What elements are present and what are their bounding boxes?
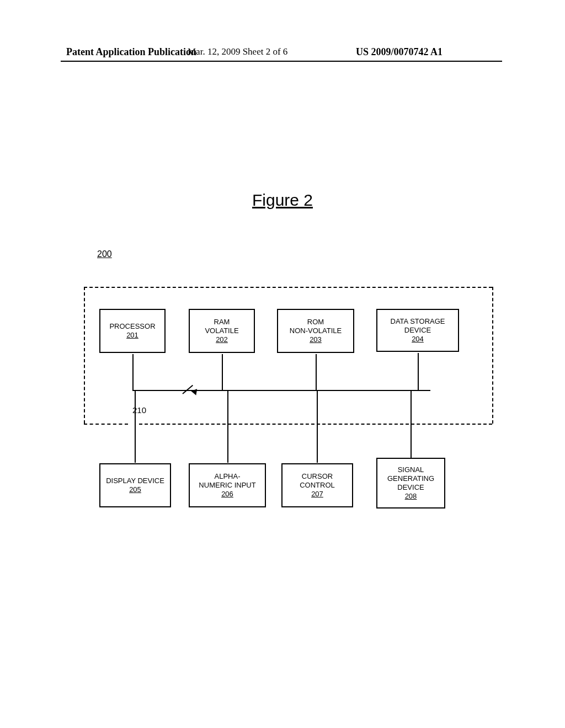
block-display-device: DISPLAY DEVICE 205 bbox=[99, 463, 171, 507]
block-number: 202 bbox=[216, 335, 228, 344]
dashed-border-right bbox=[492, 287, 493, 424]
block-number: 204 bbox=[412, 335, 424, 344]
block-label: ALPHA- NUMERIC INPUT bbox=[199, 472, 255, 490]
block-number: 208 bbox=[405, 492, 417, 501]
connector-ram bbox=[222, 354, 223, 390]
figure-title: Figure 2 bbox=[0, 191, 565, 210]
block-alphanumeric-input: ALPHA- NUMERIC INPUT 206 bbox=[189, 463, 266, 507]
connector-cursor-control bbox=[317, 390, 318, 463]
block-label: ROM NON-VOLATILE bbox=[290, 318, 342, 336]
header-publication: Patent Application Publication bbox=[66, 46, 196, 58]
connector-rom bbox=[316, 354, 317, 390]
figure-reference-number: 200 bbox=[97, 249, 112, 259]
block-number: 201 bbox=[126, 331, 138, 340]
connector-alphanumeric-input bbox=[227, 390, 228, 463]
dashed-border-left bbox=[84, 287, 85, 424]
block-label: SIGNAL GENERATING DEVICE bbox=[387, 465, 434, 493]
block-label: CURSOR CONTROL bbox=[300, 472, 335, 490]
block-label: DATA STORAGE DEVICE bbox=[391, 317, 445, 335]
dashed-border-bottom-left bbox=[84, 424, 128, 425]
patent-page: Patent Application Publication Mar. 12, … bbox=[0, 0, 565, 728]
dashed-border-bottom-right bbox=[139, 424, 492, 425]
connector-processor bbox=[132, 354, 134, 390]
header-rule bbox=[61, 61, 502, 62]
connector-data-storage bbox=[418, 353, 419, 390]
block-cursor-control: CURSOR CONTROL 207 bbox=[281, 463, 353, 507]
block-label: DISPLAY DEVICE bbox=[106, 477, 164, 485]
connector-display bbox=[135, 390, 136, 463]
block-number: 203 bbox=[310, 335, 322, 344]
block-number: 206 bbox=[221, 490, 233, 499]
block-ram-volatile: RAM VOLATILE 202 bbox=[189, 309, 255, 353]
connector-signal-device bbox=[411, 390, 412, 458]
block-processor: PROCESSOR 201 bbox=[99, 309, 166, 353]
block-label: PROCESSOR bbox=[109, 322, 155, 331]
block-number: 205 bbox=[129, 485, 141, 494]
block-number: 207 bbox=[311, 490, 323, 499]
block-label: RAM VOLATILE bbox=[205, 318, 238, 336]
block-diagram: 210 PROCESSOR 201 RAM VOLATILE 202 ROM N… bbox=[84, 287, 492, 518]
header-date-sheet: Mar. 12, 2009 Sheet 2 of 6 bbox=[188, 46, 287, 57]
dashed-border-top bbox=[84, 287, 492, 288]
bus-line bbox=[132, 390, 430, 391]
block-signal-generating-device: SIGNAL GENERATING DEVICE 208 bbox=[376, 458, 445, 508]
header-pub-number: US 2009/0070742 A1 bbox=[356, 46, 443, 58]
block-data-storage-device: DATA STORAGE DEVICE 204 bbox=[376, 309, 459, 352]
bus-arrow-icon bbox=[191, 387, 200, 395]
block-rom-nonvolatile: ROM NON-VOLATILE 203 bbox=[277, 309, 354, 353]
